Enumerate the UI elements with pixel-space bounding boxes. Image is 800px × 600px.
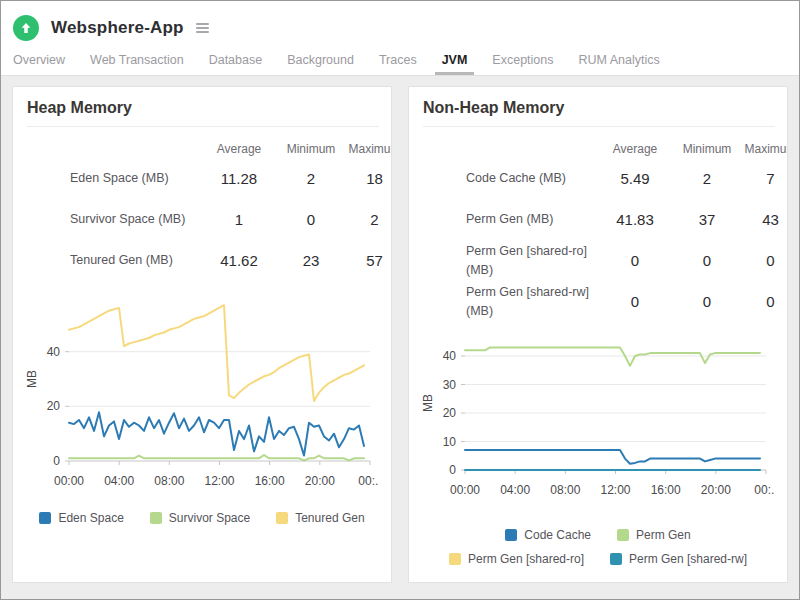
stats-table: AverageMinimumMaximumCode Cache (MB)5.49…	[421, 131, 788, 322]
x-tick-label: 20:00	[701, 483, 731, 497]
app-window: Websphere-App OverviewWeb TransactionDat…	[0, 0, 800, 600]
panel-non-heap-memory: Non-Heap MemoryAverageMinimumMaximumCode…	[408, 86, 788, 583]
column-header-maximum: Maximum	[343, 131, 392, 158]
x-tick-label: 12:00	[600, 483, 630, 497]
up-arrow-icon	[19, 21, 33, 35]
y-tick-label: 0	[449, 463, 456, 477]
series-line-code-cache	[465, 450, 760, 464]
column-header-average: Average	[595, 131, 675, 158]
legend-swatch-icon	[276, 512, 288, 524]
stat-value-maximum: 2	[343, 199, 392, 240]
tab-jvm[interactable]: JVM	[442, 53, 468, 75]
y-axis-label: MB	[25, 370, 39, 388]
column-header-spacer	[421, 131, 595, 158]
chart-legend: Code CachePerm GenPerm Gen [shared-ro]Pe…	[438, 528, 758, 566]
stat-value-minimum: 2	[279, 158, 343, 199]
tab-web-transaction[interactable]: Web Transaction	[90, 53, 184, 75]
column-header-minimum: Minimum	[279, 131, 343, 158]
y-tick-label: 0	[53, 454, 60, 468]
y-tick-label: 20	[47, 399, 61, 413]
x-tick-label: 00:..	[754, 483, 775, 497]
y-tick-label: 30	[443, 378, 457, 392]
panel-title: Heap Memory	[27, 99, 379, 127]
stat-value-minimum: 23	[279, 240, 343, 281]
series-line-tenured-gen	[69, 305, 364, 401]
legend-label: Perm Gen	[636, 528, 691, 542]
stat-value-maximum: 0	[739, 240, 788, 281]
legend-swatch-icon	[610, 553, 622, 565]
legend-swatch-icon	[617, 529, 629, 541]
legend-label: Tenured Gen	[295, 511, 364, 525]
stat-value-minimum: 0	[675, 240, 739, 281]
metric-label: Code Cache (MB)	[421, 158, 595, 199]
tab-background[interactable]: Background	[287, 53, 354, 75]
stat-value-maximum: 18	[343, 158, 392, 199]
stat-value-maximum: 57	[343, 240, 392, 281]
legend-item-perm-gen[interactable]: Perm Gen	[617, 528, 691, 542]
metric-label: Tenured Gen (MB)	[25, 240, 199, 281]
legend-swatch-icon	[449, 553, 461, 565]
stat-value-minimum: 0	[279, 199, 343, 240]
stat-value-average: 41.62	[199, 240, 279, 281]
x-tick-label: 00:00	[450, 483, 480, 497]
y-axis-label: MB	[421, 394, 435, 412]
legend-label: Perm Gen [shared-ro]	[468, 552, 584, 566]
content-area: Heap MemoryAverageMinimumMaximumEden Spa…	[1, 75, 799, 599]
y-tick-label: 20	[443, 406, 457, 420]
stat-value-minimum: 37	[675, 199, 739, 240]
non-heap-memory-chart: 01020304000:0004:0008:0012:0016:0020:000…	[421, 326, 775, 502]
series-line-survivor-space	[69, 455, 364, 461]
tab-bar: OverviewWeb TransactionDatabaseBackgroun…	[1, 45, 799, 75]
hamburger-menu-icon[interactable]	[194, 20, 211, 36]
metric-label: Perm Gen (MB)	[421, 199, 595, 240]
legend-item-survivor-space[interactable]: Survivor Space	[150, 511, 250, 525]
y-tick-label: 10	[443, 435, 457, 449]
x-tick-label: 04:00	[500, 483, 530, 497]
stat-value-average: 41.83	[595, 199, 675, 240]
tab-overview[interactable]: Overview	[13, 53, 65, 75]
app-health-status-icon	[13, 15, 39, 41]
legend-label: Perm Gen [shared-rw]	[629, 552, 747, 566]
column-header-minimum: Minimum	[675, 131, 739, 158]
stats-table: AverageMinimumMaximumEden Space (MB)11.2…	[25, 131, 392, 281]
legend-item-perm-gen-shared-rw[interactable]: Perm Gen [shared-rw]	[610, 552, 747, 566]
legend-label: Eden Space	[58, 511, 123, 525]
tab-traces[interactable]: Traces	[379, 53, 417, 75]
legend-swatch-icon	[39, 512, 51, 524]
column-header-spacer	[25, 131, 199, 158]
legend-item-perm-gen-shared-ro[interactable]: Perm Gen [shared-ro]	[449, 552, 584, 566]
legend-item-eden-space[interactable]: Eden Space	[39, 511, 123, 525]
stat-value-minimum: 0	[675, 281, 739, 322]
x-tick-label: 16:00	[255, 474, 285, 488]
legend-item-tenured-gen[interactable]: Tenured Gen	[276, 511, 364, 525]
tab-exceptions[interactable]: Exceptions	[492, 53, 553, 75]
x-tick-label: 00:..	[358, 474, 379, 488]
panel-title: Non-Heap Memory	[423, 99, 775, 127]
column-header-maximum: Maximum	[739, 131, 788, 158]
legend-item-code-cache[interactable]: Code Cache	[505, 528, 591, 542]
metric-label: Perm Gen [shared-ro] (MB)	[421, 240, 595, 281]
app-title: Websphere-App	[51, 18, 184, 38]
chart-legend: Eden SpaceSurvivor SpaceTenured Gen	[25, 511, 379, 525]
panel-heap-memory: Heap MemoryAverageMinimumMaximumEden Spa…	[12, 86, 392, 583]
legend-label: Survivor Space	[169, 511, 250, 525]
x-tick-label: 20:00	[305, 474, 335, 488]
x-tick-label: 08:00	[550, 483, 580, 497]
stat-value-maximum: 43	[739, 199, 788, 240]
x-tick-label: 08:00	[154, 474, 184, 488]
app-header: Websphere-App OverviewWeb TransactionDat…	[1, 1, 799, 75]
x-tick-label: 12:00	[204, 474, 234, 488]
stat-value-average: 5.49	[595, 158, 675, 199]
stat-value-average: 11.28	[199, 158, 279, 199]
stat-value-average: 0	[595, 240, 675, 281]
series-line-eden-space	[69, 412, 364, 455]
legend-swatch-icon	[505, 529, 517, 541]
y-tick-label: 40	[47, 345, 61, 359]
legend-label: Code Cache	[524, 528, 591, 542]
metric-label: Perm Gen [shared-rw] (MB)	[421, 281, 595, 322]
tab-database[interactable]: Database	[209, 53, 263, 75]
metric-label: Survivor Space (MB)	[25, 199, 199, 240]
tab-rum-analytics[interactable]: RUM Analytics	[579, 53, 660, 75]
column-header-average: Average	[199, 131, 279, 158]
metric-label: Eden Space (MB)	[25, 158, 199, 199]
